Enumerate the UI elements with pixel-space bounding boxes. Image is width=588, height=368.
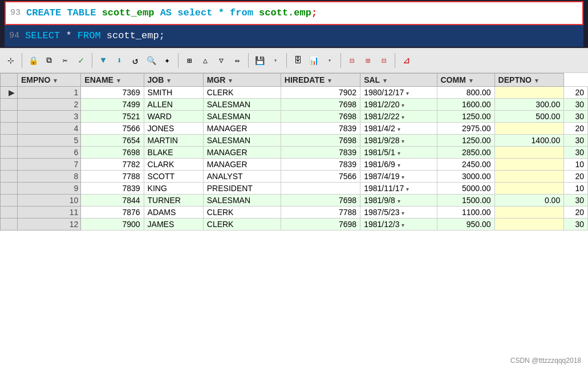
grid-btn[interactable]: ⊞	[182, 53, 197, 68]
cell-sal[interactable]: 800.00	[437, 87, 494, 99]
cell-empno[interactable]: 7698	[81, 147, 144, 159]
cell-mgr[interactable]: 7839	[281, 147, 360, 159]
cell-empno[interactable]: 7844	[81, 195, 144, 207]
table2-btn[interactable]: ⊞	[360, 53, 375, 68]
cell-job[interactable]: ANALYST	[203, 171, 281, 183]
cell-comm[interactable]	[494, 159, 564, 171]
table-row[interactable]: 57654MARTINSALESMAN76981981/9/28 ▾1250.0…	[1, 135, 588, 147]
cell-hiredate[interactable]: 1981/9/28 ▾	[360, 135, 437, 147]
save-btn[interactable]: 💾	[252, 53, 267, 68]
cell-comm[interactable]	[494, 87, 564, 99]
cell-sal[interactable]: 2450.00	[437, 159, 494, 171]
table-row[interactable]: 107844TURNERSALESMAN76981981/9/8 ▾1500.0…	[1, 195, 588, 207]
cell-hiredate[interactable]: 1981/2/22 ▾	[360, 111, 437, 123]
cell-job[interactable]: CLERK	[203, 87, 281, 99]
cell-hiredate[interactable]: 1981/6/9 ▾	[360, 159, 437, 171]
link-btn[interactable]: ⇔	[230, 53, 245, 68]
drop2-btn[interactable]: ▾	[322, 53, 337, 68]
filter-down2-btn[interactable]: ⬇	[112, 53, 127, 68]
cell-ename[interactable]: ALLEN	[144, 99, 203, 111]
cell-empno[interactable]: 7900	[81, 219, 144, 230]
table-btn[interactable]: ⊟	[344, 53, 359, 68]
cell-mgr[interactable]: 7698	[281, 195, 360, 207]
data-grid[interactable]: EMPNO ▾ ENAME ▾ JOB ▾ MGR ▾ HIREDATE ▾ S…	[0, 73, 588, 368]
cell-ename[interactable]: SCOTT	[144, 171, 203, 183]
code-line-93[interactable]: 93 CREATE TABLE scott_emp AS select * fr…	[5, 1, 583, 25]
cell-deptno[interactable]: 30	[564, 195, 588, 207]
cell-ename[interactable]: JAMES	[144, 219, 203, 230]
col-header-sal[interactable]: SAL ▾	[360, 74, 437, 87]
cell-mgr[interactable]: 7698	[281, 135, 360, 147]
cell-sal[interactable]: 5000.00	[437, 183, 494, 195]
table-row[interactable]: 87788SCOTTANALYST75661987/4/19 ▾3000.002…	[1, 171, 588, 183]
cell-empno[interactable]: 7521	[81, 111, 144, 123]
cell-mgr[interactable]: 7698	[281, 111, 360, 123]
cell-empno[interactable]: 7369	[81, 87, 144, 99]
cell-deptno[interactable]: 10	[564, 159, 588, 171]
arrowup-btn[interactable]: △	[198, 53, 213, 68]
cell-empno[interactable]: 7839	[81, 183, 144, 195]
table-row[interactable]: 67698BLAKEMANAGER78391981/5/1 ▾2850.0030	[1, 147, 588, 159]
col-header-empno[interactable]: EMPNO ▾	[18, 74, 81, 87]
table-row[interactable]: 127900JAMESCLERK76981981/12/3 ▾950.0030	[1, 219, 588, 230]
table-row[interactable]: 27499ALLENSALESMAN76981981/2/20 ▾1600.00…	[1, 99, 588, 111]
cell-sal[interactable]: 1250.00	[437, 135, 494, 147]
cell-hiredate[interactable]: 1981/12/3 ▾	[360, 219, 437, 230]
cell-comm[interactable]: 1400.00	[494, 135, 564, 147]
cell-ename[interactable]: TURNER	[144, 195, 203, 207]
cell-mgr[interactable]: 7902	[281, 87, 360, 99]
filter-down-btn[interactable]: ▼	[96, 53, 111, 68]
col-header-ename[interactable]: ENAME ▾	[81, 74, 144, 87]
cell-comm[interactable]	[494, 123, 564, 135]
cell-empno[interactable]: 7782	[81, 159, 144, 171]
cell-sal[interactable]: 1100.00	[437, 207, 494, 219]
cell-ename[interactable]: CLARK	[144, 159, 203, 171]
cell-mgr[interactable]: 7839	[281, 123, 360, 135]
table-row[interactable]: 37521WARDSALESMAN76981981/2/22 ▾1250.005…	[1, 111, 588, 123]
cell-deptno[interactable]: 30	[564, 111, 588, 123]
cell-deptno[interactable]: 20	[564, 207, 588, 219]
db-btn[interactable]: 🗄	[290, 53, 305, 68]
col-header-deptno[interactable]: DEPTNO ▾	[494, 74, 564, 87]
cell-ename[interactable]: SMITH	[144, 87, 203, 99]
cell-ename[interactable]: ADAMS	[144, 207, 203, 219]
filter-btn[interactable]: ⊿	[399, 53, 413, 68]
cell-ename[interactable]: JONES	[144, 123, 203, 135]
cell-comm[interactable]	[494, 219, 564, 230]
cell-empno[interactable]: 7566	[81, 123, 144, 135]
cell-job[interactable]: MANAGER	[203, 147, 281, 159]
cell-empno[interactable]: 7788	[81, 171, 144, 183]
cell-ename[interactable]: BLAKE	[144, 147, 203, 159]
search-btn[interactable]: 🔍	[144, 53, 159, 68]
col-header-comm[interactable]: COMM ▾	[437, 74, 494, 87]
cell-empno[interactable]: 7654	[81, 135, 144, 147]
copy-btn[interactable]: ⧉	[42, 53, 56, 68]
cell-hiredate[interactable]: 1981/2/20 ▾	[360, 99, 437, 111]
cell-hiredate[interactable]: 1980/12/17 ▾	[360, 87, 437, 99]
cell-hiredate[interactable]: 1981/5/1 ▾	[360, 147, 437, 159]
cell-comm[interactable]	[494, 147, 564, 159]
table-row[interactable]: 77782CLARKMANAGER78391981/6/9 ▾2450.0010	[1, 159, 588, 171]
cell-job[interactable]: CLERK	[203, 219, 281, 230]
cell-deptno[interactable]: 20	[564, 171, 588, 183]
cell-job[interactable]: SALESMAN	[203, 99, 281, 111]
cell-sal[interactable]: 3000.00	[437, 171, 494, 183]
cell-sal[interactable]: 2975.00	[437, 123, 494, 135]
scissors-btn[interactable]: ✂	[58, 53, 72, 68]
cell-mgr[interactable]: 7788	[281, 207, 360, 219]
table-row[interactable]: 97839KINGPRESIDENT1981/11/17 ▾5000.0010	[1, 183, 588, 195]
table-row[interactable]: 47566JONESMANAGER78391981/4/2 ▾2975.0020	[1, 123, 588, 135]
cell-comm[interactable]	[494, 183, 564, 195]
cell-deptno[interactable]: 30	[564, 135, 588, 147]
cell-deptno[interactable]: 30	[564, 219, 588, 230]
cell-job[interactable]: CLERK	[203, 207, 281, 219]
cell-job[interactable]: MANAGER	[203, 159, 281, 171]
drop-btn[interactable]: ▾	[268, 53, 283, 68]
cell-deptno[interactable]: 20	[564, 123, 588, 135]
cell-hiredate[interactable]: 1981/11/17 ▾	[360, 183, 437, 195]
cell-mgr[interactable]: 7566	[281, 171, 360, 183]
col-header-hiredate[interactable]: HIREDATE ▾	[281, 74, 360, 87]
barchart-btn[interactable]: 📊	[306, 53, 321, 68]
cell-deptno[interactable]: 30	[564, 147, 588, 159]
table-row[interactable]: ▶17369SMITHCLERK79021980/12/17 ▾800.0020	[1, 87, 588, 99]
